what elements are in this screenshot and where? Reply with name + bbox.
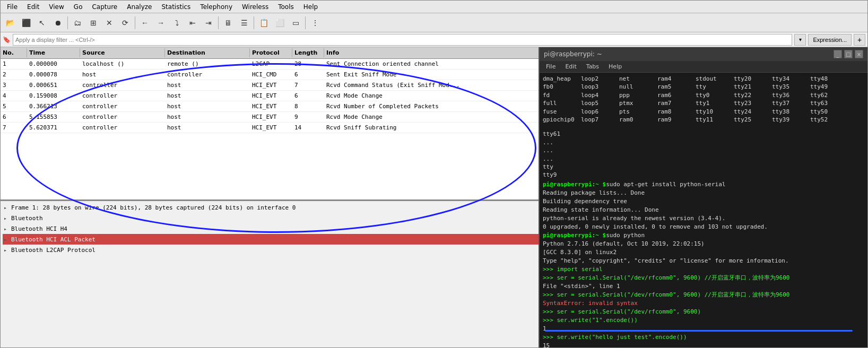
terminal-body[interactable]: dma_heapfb0fdfullfusegpiochip0loop2loop3… (540, 73, 867, 347)
menu-tools[interactable]: Tools (274, 2, 298, 12)
cell-source: controller (80, 113, 165, 121)
terminal-output-line: Building dependency tree (543, 197, 627, 206)
toolbar-sep3 (218, 16, 219, 29)
terminal-file-item: tty61 (543, 130, 575, 138)
terminal-close-btn[interactable]: × (855, 50, 863, 58)
toolbar-refresh-btn[interactable]: ⟳ (118, 15, 133, 30)
terminal-file-item: tty11 (696, 116, 727, 124)
terminal-file-item: ram0 (619, 116, 651, 124)
toolbar-sep5 (305, 16, 306, 29)
terminal-file-listing: dma_heapfb0fdfullfusegpiochip0loop2loop3… (543, 75, 864, 179)
terminal-file-item: tty1 (696, 99, 727, 107)
terminal-line: 1 (543, 325, 864, 333)
terminal-file-item: tty24 (734, 108, 766, 116)
terminal-output-line: Python 2.7.16 (default, Oct 10 2019, 22:… (543, 240, 705, 248)
expand-arrow: ▸ (4, 237, 11, 242)
terminal-repl-line: >>> ser.write("hello just test".encode()… (543, 333, 687, 342)
terminal-file-item: fuse (543, 108, 575, 116)
toolbar-record-btn[interactable]: ⏺ (50, 15, 65, 30)
menu-file[interactable]: File (3, 2, 22, 12)
terminal-max-btn[interactable]: □ (844, 50, 853, 58)
terminal-file-item: tty49 (810, 83, 842, 91)
toolbar-last-btn[interactable]: ⇥ (201, 15, 216, 30)
detail-text: Bluetooth (11, 215, 43, 222)
cell-source: host (80, 71, 165, 79)
terminal-file-item: tty52 (810, 116, 842, 124)
terminal-line: pi@raspberrypi:~ $ sudo apt-get install … (543, 180, 864, 189)
toolbar-display-btn[interactable]: 🖥 (221, 15, 236, 30)
terminal-file-item: tty (696, 83, 727, 91)
cell-dest: host (165, 113, 250, 121)
terminal-menu: File Edit Tabs Help (540, 61, 867, 73)
terminal-file-item: tty35 (772, 83, 804, 91)
menu-edit[interactable]: Edit (23, 2, 44, 12)
terminal-line: Type "help", "copyright", "credits" or "… (543, 257, 864, 265)
terminal-file-item: fd (543, 91, 575, 99)
menu-help[interactable]: Help (299, 2, 322, 12)
cell-proto: HCI_CMD (250, 71, 292, 79)
filter-bar: 🔖 ▾ Expression... + (1, 32, 867, 47)
terminal-file-item: ram7 (657, 99, 689, 107)
toolbar-stop-btn[interactable]: ⬛ (19, 15, 33, 30)
cell-time: 0.000651 (27, 81, 80, 89)
terminal-menu-file[interactable]: File (542, 63, 560, 71)
menu-go[interactable]: Go (70, 2, 87, 12)
terminal-repl-line: >>> ser.write("1".encode()) (543, 316, 638, 325)
toolbar-open-btn[interactable]: 📂 (3, 15, 18, 30)
cell-time: 5.155853 (27, 113, 80, 121)
cell-dest: host (165, 81, 250, 89)
terminal-repl-line: >>> ser = serial.Serial("/dev/rfcomm0", … (543, 308, 701, 316)
toolbar-capture2-btn[interactable]: 📋 (256, 15, 271, 30)
toolbar-lines-btn[interactable]: ☰ (237, 15, 251, 30)
cell-time: 0.000000 (27, 60, 80, 68)
cell-dest: remote () (165, 60, 250, 68)
toolbar-close-btn[interactable]: ✕ (102, 15, 117, 30)
terminal-line: File "<stdin>", line 1 (543, 282, 864, 291)
toolbar-cursor-btn[interactable]: ↖ (34, 15, 49, 30)
terminal-file-item: full (543, 99, 575, 107)
toolbar-jump-btn[interactable]: ⤵ (169, 15, 184, 30)
toolbar-back-btn[interactable]: ← (137, 15, 152, 30)
terminal-output-line: 15 (543, 342, 550, 347)
terminal-file-item: tty63 (810, 99, 842, 107)
cell-source: controller (80, 92, 165, 100)
toolbar-grid-btn[interactable]: ⊞ (86, 15, 101, 30)
terminal-repl-line: >>> ser = serial.Serial("/dev/rfcomm0", … (543, 291, 789, 299)
toolbar-folder-btn[interactable]: 🗂 (70, 15, 85, 30)
toolbar-window-btn[interactable]: ⬜ (272, 15, 287, 30)
terminal-output-line: Reading package lists... Done (543, 189, 645, 197)
col-header-no: No. (1, 48, 27, 57)
menu-view[interactable]: View (45, 2, 68, 12)
terminal-menu-tabs[interactable]: Tabs (582, 63, 603, 71)
toolbar-forward-btn[interactable]: → (153, 15, 168, 30)
cell-dest: host (165, 102, 250, 110)
terminal-error-line: SyntaxError: invalid syntax (543, 299, 638, 308)
menu-capture[interactable]: Capture (88, 2, 121, 12)
terminal-line: >>> ser.write("hello just test".encode()… (543, 333, 864, 342)
terminal-output-line: Reading state information... Done (543, 206, 659, 214)
menu-telephony[interactable]: Telephony (196, 2, 237, 12)
toolbar-window2-btn[interactable]: ▭ (288, 15, 303, 30)
add-filter-btn[interactable]: + (854, 34, 865, 46)
terminal-line: >>> ser = serial.Serial("/dev/rfcomm0", … (543, 308, 864, 316)
menu-analyze[interactable]: Analyze (123, 2, 156, 12)
terminal-file-item: tty9 (543, 171, 575, 179)
terminal-file-item: ram5 (657, 83, 689, 91)
terminal-file-item: tty50 (810, 108, 842, 116)
filter-input[interactable] (13, 34, 792, 46)
menu-wireless[interactable]: Wireless (238, 2, 273, 12)
cell-no: 1 (1, 60, 27, 68)
terminal-file-item: tty21 (734, 83, 766, 91)
terminal-line: >>> ser = serial.Serial("/dev/rfcomm0", … (543, 291, 864, 299)
terminal-menu-edit[interactable]: Edit (561, 63, 580, 71)
terminal-file-item: ppp (619, 91, 651, 99)
terminal-file-item: ram9 (657, 116, 689, 124)
terminal-min-btn[interactable]: _ (834, 50, 842, 58)
toolbar-colchooser-btn[interactable]: ⋮ (308, 15, 323, 30)
toolbar-first-btn[interactable]: ⇤ (185, 15, 200, 30)
terminal-title-bar: pi@raspberrypi: ~ _ □ × (540, 47, 867, 61)
expression-btn[interactable]: Expression... (808, 34, 852, 46)
menu-statistics[interactable]: Statistics (157, 2, 195, 12)
terminal-menu-help[interactable]: Help (604, 63, 626, 71)
filter-dropdown-btn[interactable]: ▾ (794, 34, 806, 46)
